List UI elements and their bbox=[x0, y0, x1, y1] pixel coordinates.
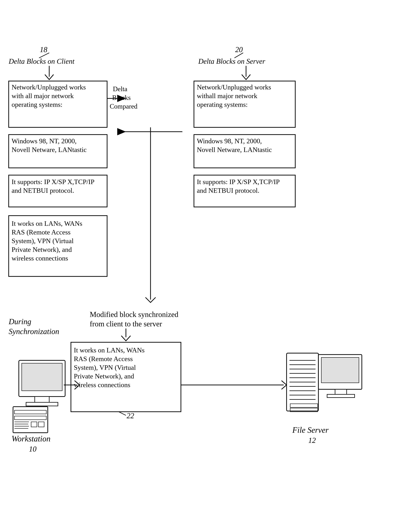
svg-text:Compared: Compared bbox=[110, 103, 137, 110]
svg-text:System), VPN (Virtual: System), VPN (Virtual bbox=[74, 364, 136, 371]
svg-text:Modified block synchronized: Modified block synchronized bbox=[90, 310, 178, 319]
svg-text:Network/Unplugged works: Network/Unplugged works bbox=[12, 83, 86, 91]
svg-text:Workstation: Workstation bbox=[12, 434, 50, 443]
svg-text:wireless connections: wireless connections bbox=[12, 254, 68, 262]
svg-text:Delta Blocks on Server: Delta Blocks on Server bbox=[198, 57, 265, 65]
svg-rect-57 bbox=[22, 363, 62, 391]
svg-text:System), VPN (Virtual: System), VPN (Virtual bbox=[12, 237, 74, 245]
svg-text:Novell Netware, LANtastic: Novell Netware, LANtastic bbox=[197, 146, 272, 153]
svg-text:It works on LANs, WANs: It works on LANs, WANs bbox=[12, 220, 82, 227]
svg-text:RAS (Remote Access: RAS (Remote Access bbox=[12, 228, 70, 236]
svg-text:RAS (Remote Access: RAS (Remote Access bbox=[74, 355, 133, 363]
svg-text:10: 10 bbox=[29, 445, 37, 453]
svg-rect-87 bbox=[321, 358, 359, 383]
svg-text:operating systems:: operating systems: bbox=[12, 101, 62, 108]
svg-rect-88 bbox=[335, 389, 347, 394]
svg-text:Novell Netware, LANtastic: Novell Netware, LANtastic bbox=[12, 146, 87, 153]
svg-text:It supports: IP X/SP X,TCP/IP: It supports: IP X/SP X,TCP/IP bbox=[12, 178, 94, 186]
svg-text:and NETBUI protocol.: and NETBUI protocol. bbox=[12, 187, 74, 194]
svg-text:from client to the server: from client to the server bbox=[90, 320, 162, 328]
svg-text:It works on LANs, WANs: It works on LANs, WANs bbox=[74, 346, 145, 354]
svg-text:Delta: Delta bbox=[113, 85, 127, 93]
svg-text:Private Network), and: Private Network), and bbox=[12, 246, 72, 253]
svg-text:20: 20 bbox=[235, 45, 243, 54]
svg-text:Windows 98, NT, 2000,: Windows 98, NT, 2000, bbox=[197, 137, 262, 145]
svg-text:File Server: File Server bbox=[292, 426, 329, 434]
svg-text:18: 18 bbox=[40, 45, 47, 54]
svg-rect-58 bbox=[35, 396, 49, 402]
svg-text:Delta Blocks on Client: Delta Blocks on Client bbox=[9, 57, 74, 65]
svg-text:It supports: IP X/SP X,TCP/IP: It supports: IP X/SP X,TCP/IP bbox=[197, 178, 280, 186]
svg-line-54 bbox=[119, 412, 126, 415]
svg-text:Windows 98, NT, 2000,: Windows 98, NT, 2000, bbox=[12, 137, 77, 145]
svg-text:Private Network), and: Private Network), and bbox=[74, 372, 134, 380]
svg-text:and NETBUI protocol.: and NETBUI protocol. bbox=[197, 187, 259, 194]
svg-text:12: 12 bbox=[308, 436, 316, 445]
svg-text:22: 22 bbox=[127, 412, 134, 420]
svg-text:operating systems:: operating systems: bbox=[197, 101, 248, 108]
svg-text:Network/Unplugged works: Network/Unplugged works bbox=[197, 83, 271, 91]
svg-text:Blocks: Blocks bbox=[112, 94, 131, 101]
diagram-svg: 18 Delta Blocks on Client 20 Delta Block… bbox=[0, 9, 397, 532]
svg-text:During: During bbox=[9, 317, 31, 326]
svg-text:Synchronization: Synchronization bbox=[9, 327, 59, 336]
svg-text:wireless connections: wireless connections bbox=[74, 381, 130, 389]
svg-text:with all major network: with all major network bbox=[12, 92, 74, 99]
svg-rect-59 bbox=[26, 402, 58, 406]
svg-text:withall major network: withall major network bbox=[197, 92, 257, 99]
svg-rect-89 bbox=[327, 394, 355, 397]
